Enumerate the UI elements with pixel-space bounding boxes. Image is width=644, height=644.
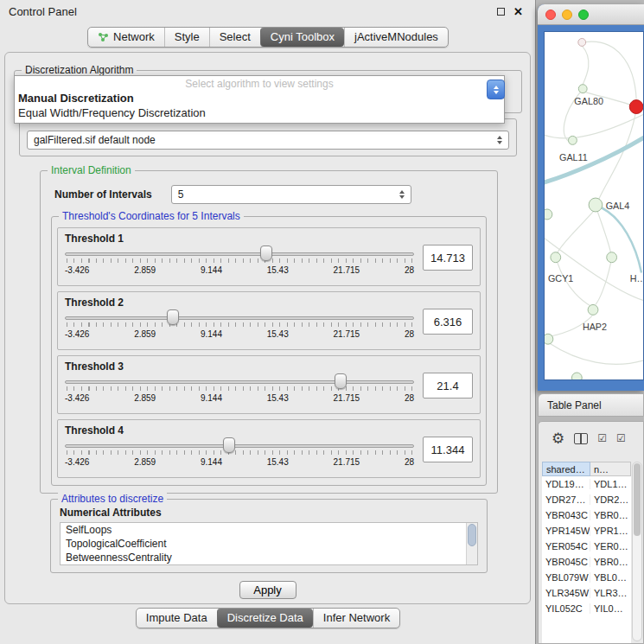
columns-icon[interactable]: [574, 433, 588, 444]
column-header-shared-name[interactable]: shared…: [542, 462, 590, 476]
network-canvas[interactable]: GAL80 GAL11 GAL4 GCY1 HAP2 H…: [544, 31, 644, 380]
top-tab-bar: Network Style Select Cyni Toolbox jActiv…: [0, 27, 536, 48]
table-row[interactable]: YDL19…YDL1…: [542, 476, 631, 492]
cell-shared-name[interactable]: YDR27…: [542, 494, 590, 505]
threshold-4-value-field[interactable]: 11.344: [423, 437, 473, 462]
gear-icon[interactable]: ⚙: [552, 431, 564, 446]
cell-shared-name[interactable]: YER054C: [542, 541, 590, 552]
minimize-traffic-light[interactable]: [562, 10, 572, 20]
network-node[interactable]: [578, 38, 586, 46]
table-row[interactable]: YBL079WYBL0…: [542, 570, 631, 585]
combo-arrows-icon: [399, 190, 405, 199]
tab-jactivemnodules[interactable]: jActiveMNodules: [344, 28, 448, 47]
cell-name[interactable]: YBR0…: [590, 557, 631, 567]
cell-shared-name[interactable]: YLR345W: [542, 588, 590, 598]
cell-name[interactable]: YDR2…: [590, 494, 631, 505]
cell-name[interactable]: YBL0…: [590, 572, 631, 583]
threshold-2-slider[interactable]: -3.426 2.859 9.144 15.43 21.715 28: [65, 311, 414, 346]
network-node[interactable]: [545, 334, 553, 344]
tab-cyni-toolbox[interactable]: Cyni Toolbox: [260, 28, 344, 47]
network-node[interactable]: [569, 136, 577, 144]
threshold-4-slider[interactable]: -3.426 2.859 9.144 15.43 21.715 28: [65, 439, 414, 474]
zoom-traffic-light[interactable]: [578, 10, 589, 20]
algorithm-combo-stepper[interactable]: [487, 80, 505, 99]
slider-scale: -3.426 2.859 9.144 15.43 21.715 28: [65, 457, 414, 467]
threshold-1-value-field[interactable]: 14.713: [423, 245, 473, 271]
network-node[interactable]: [545, 209, 552, 220]
select-none-checkbox-icon[interactable]: ☑: [616, 433, 626, 443]
threshold-2-box: Threshold 2 -3.426 2.859 9.144 15.43 21.…: [57, 291, 481, 350]
table-row[interactable]: YLR345WYLR3…: [542, 585, 631, 601]
select-all-checkbox-icon[interactable]: ☑: [597, 433, 607, 443]
list-item[interactable]: SelfLoops: [61, 523, 477, 537]
cell-name[interactable]: YPR1…: [590, 526, 631, 536]
network-node[interactable]: [571, 373, 582, 379]
table-row[interactable]: YPR145WYPR1…: [542, 523, 631, 539]
table-data-combo[interactable]: galFiltered.sif default node: [27, 131, 509, 150]
network-node-gcy1[interactable]: [551, 252, 561, 263]
threshold-2-slider-thumb[interactable]: [167, 309, 179, 325]
cell-shared-name[interactable]: YBR043C: [542, 510, 590, 520]
cell-shared-name[interactable]: YBL079W: [542, 572, 590, 583]
table-row[interactable]: YBR045CYBR0…: [542, 554, 631, 570]
cell-shared-name[interactable]: YIL052C: [542, 603, 590, 614]
tab-style[interactable]: Style: [164, 28, 209, 47]
list-item[interactable]: BetweennessCentrality: [61, 551, 477, 564]
number-of-intervals-label: Number of Intervals: [54, 188, 152, 201]
attributes-list-scrollbar[interactable]: [466, 523, 477, 564]
tab-network[interactable]: Network: [88, 28, 164, 47]
table-header-row: shared… n…: [542, 462, 631, 476]
threshold-3-value-field[interactable]: 21.4: [423, 373, 473, 399]
cell-name[interactable]: YBR0…: [590, 510, 631, 520]
threshold-3-slider-thumb[interactable]: [335, 373, 347, 389]
float-window-icon[interactable]: [497, 8, 505, 16]
apply-button[interactable]: Apply: [239, 581, 296, 599]
interval-definition-group: Interval Definition Number of Intervals …: [40, 170, 498, 494]
scale-tick: 21.715: [334, 329, 360, 339]
cell-name[interactable]: YLR3…: [590, 588, 631, 598]
tab-impute-data-label: Impute Data: [146, 611, 207, 625]
column-header-name[interactable]: n…: [590, 462, 631, 476]
cell-shared-name[interactable]: YBR045C: [542, 557, 590, 567]
table-row[interactable]: YBR043CYBR0…: [542, 507, 631, 523]
table-row[interactable]: YDR27…YDR2…: [542, 492, 631, 507]
network-node-hap2[interactable]: [588, 304, 598, 315]
scale-tick: -3.426: [65, 329, 89, 339]
cell-name[interactable]: YER0…: [590, 541, 631, 552]
list-item[interactable]: TopologicalCoefficient: [61, 537, 477, 551]
close-traffic-light[interactable]: [545, 10, 556, 20]
tab-discretize-data[interactable]: Discretize Data: [217, 609, 313, 628]
scrollbar-thumb[interactable]: [468, 524, 476, 546]
algorithm-option-manual[interactable]: Manual Discretization: [15, 91, 504, 105]
scrollbar-thumb[interactable]: [634, 463, 641, 536]
algorithm-option-equal-width[interactable]: Equal Width/Frequency Discretization: [15, 105, 504, 123]
close-icon[interactable]: ✕: [513, 6, 523, 17]
node-label: GCY1: [548, 273, 573, 284]
cell-name[interactable]: YDL1…: [590, 479, 631, 489]
network-node-gal4[interactable]: [589, 198, 603, 212]
threshold-1-slider[interactable]: -3.426 2.859 9.144 15.43 21.715 28: [65, 247, 414, 282]
threshold-1-slider-thumb[interactable]: [260, 245, 272, 261]
table-scrollbar[interactable]: [632, 462, 642, 641]
node-label: HAP2: [583, 322, 607, 332]
table-row[interactable]: YER054CYER0…: [542, 539, 631, 554]
threshold-3-slider[interactable]: -3.426 2.859 9.144 15.43 21.715 28: [65, 375, 414, 410]
network-node-selected[interactable]: [629, 100, 643, 114]
threshold-2-value-field[interactable]: 6.316: [423, 309, 473, 335]
tab-impute-data[interactable]: Impute Data: [137, 609, 217, 628]
control-panel-titlebar: Control Panel ✕: [0, 0, 535, 22]
scale-tick: 21.715: [334, 265, 360, 275]
tab-infer-network[interactable]: Infer Network: [313, 609, 399, 628]
cell-shared-name[interactable]: YPR145W: [542, 526, 590, 536]
cell-name[interactable]: YIL0…: [590, 603, 631, 614]
number-of-intervals-combo[interactable]: 5: [171, 185, 411, 204]
network-node-gal80[interactable]: [578, 85, 587, 93]
table-row[interactable]: YIL052CYIL0…: [542, 601, 631, 616]
scale-tick: 9.144: [201, 393, 222, 403]
network-node[interactable]: [607, 252, 617, 263]
threshold-4-slider-thumb[interactable]: [223, 437, 235, 453]
tab-select[interactable]: Select: [209, 28, 260, 47]
tab-infer-network-label: Infer Network: [323, 611, 390, 625]
cell-shared-name[interactable]: YDL19…: [542, 479, 590, 489]
thresholds-group: Threshold's Coordinates for 5 Intervals …: [51, 216, 487, 486]
